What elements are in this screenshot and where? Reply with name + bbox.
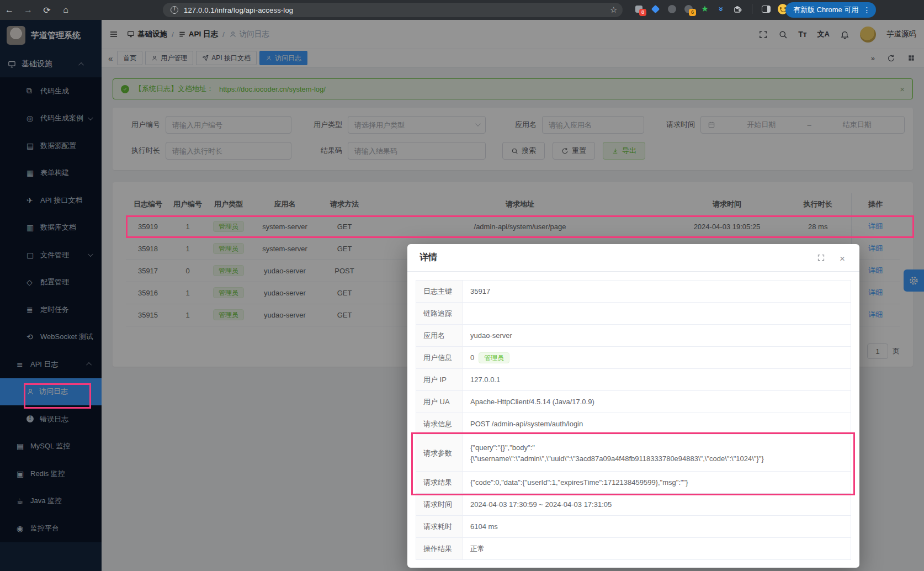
browser-toolbar: ← → ⟳ ⌂ 127.0.0.1/infra/log/api-access-l… [0, 0, 924, 20]
browser-home-icon[interactable]: ⌂ [56, 5, 75, 15]
desc-row: 请求信息POST /admin-api/system/auth/login [416, 413, 851, 435]
chrome-update-button[interactable]: 有新版 Chrome 可用 ⋮ [785, 2, 876, 18]
modal-close-icon[interactable]: × [840, 253, 845, 265]
extension-badge: 8 [639, 9, 646, 16]
site-info-icon[interactable] [171, 6, 178, 14]
extension-badge: 6 [689, 9, 696, 16]
desc-row: 用户 UAApache-HttpClient/4.5.14 (Java/17.0… [416, 391, 851, 413]
url-text: 127.0.0.1/infra/log/api-access-log [184, 6, 293, 14]
extensions-puzzle-icon[interactable] [733, 4, 743, 14]
browser-forward-icon[interactable]: → [19, 5, 38, 15]
desc-row: 应用名yudao-server [416, 325, 851, 347]
desc-row: 请求耗时6104 ms [416, 516, 851, 538]
browser-reload-icon[interactable]: ⟳ [38, 5, 56, 15]
desc-row: 日志主键35917 [416, 281, 851, 303]
bookmark-star-icon[interactable]: ☆ [610, 5, 617, 15]
extensions-row: 8 6 ★ » [634, 4, 788, 14]
extension-icon[interactable]: 6 [683, 4, 693, 14]
detail-descriptions: 日志主键35917 链路追踪 应用名yudao-server 用户信息0管理员 … [416, 280, 851, 560]
side-panel-icon[interactable] [761, 4, 771, 14]
extension-icon[interactable] [667, 4, 677, 14]
modal-fullscreen-icon[interactable] [817, 253, 825, 262]
user-type-badge: 管理员 [479, 352, 509, 363]
modal-header: 详情 × [407, 244, 859, 272]
address-bar[interactable]: 127.0.0.1/infra/log/api-access-log [163, 3, 623, 17]
extension-icon[interactable]: 8 [634, 4, 644, 14]
desc-row: 操作结果正常 [416, 538, 851, 560]
desc-row-request-result: 请求结果{"code":0,"data":{"userId":1,"expire… [416, 472, 851, 494]
vue-devtools-extension-icon[interactable]: ★ [700, 4, 710, 14]
desc-row: 用户信息0管理员 [416, 347, 851, 369]
detail-modal: 详情 × 日志主键35917 链路追踪 应用名yudao-server 用户信息… [407, 244, 859, 568]
extension-icon[interactable]: » [716, 4, 726, 14]
modal-title: 详情 [419, 252, 437, 263]
browser-menu-icon[interactable]: ⋮ [863, 6, 870, 14]
desc-row: 用户 IP127.0.0.1 [416, 369, 851, 391]
chrome-update-label: 有新版 Chrome 可用 [793, 5, 858, 15]
desc-row-request-params: 请求参数{"query":"{}","body":" {\"username\"… [416, 435, 851, 472]
desc-row: 请求时间2024-04-03 17:30:59 ~ 2024-04-03 17:… [416, 494, 851, 516]
extension-icon[interactable] [650, 4, 660, 14]
browser-back-icon[interactable]: ← [0, 5, 19, 15]
desc-row: 链路追踪 [416, 303, 851, 325]
